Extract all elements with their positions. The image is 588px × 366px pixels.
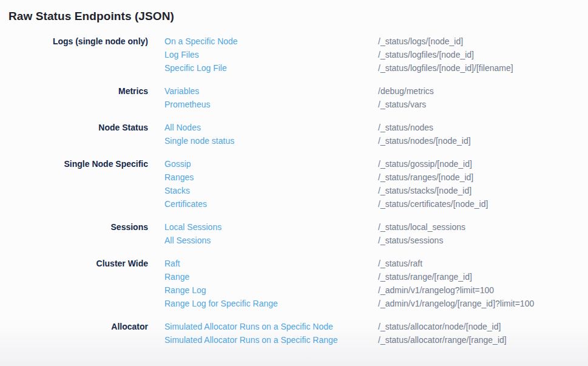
endpoint-group: Sessions Local Sessions /_status/local_s…	[0, 220, 588, 247]
endpoint-row: Specific Log File /_status/logfiles/[nod…	[164, 61, 588, 75]
category-label: Single Node Specific	[0, 157, 148, 171]
category-label: Allocator	[0, 320, 148, 333]
endpoint-group: Logs (single node only) On a Specific No…	[0, 35, 588, 75]
endpoint-group: Metrics Variables /debug/metrics Prometh…	[0, 84, 588, 111]
category-label: Metrics	[0, 84, 148, 98]
endpoint-row: Range Log /_admin/v1/rangelog?limit=100	[164, 283, 588, 297]
endpoint-row: On a Specific Node /_status/logs/[node_i…	[164, 35, 588, 48]
page-title: Raw Status Endpoints (JSON)	[0, 0, 588, 24]
endpoint-link[interactable]: Raft	[164, 257, 378, 270]
endpoint-entries: Simulated Allocator Runs on a Specific N…	[164, 320, 588, 347]
endpoint-link[interactable]: Simulated Allocator Runs on a Specific R…	[164, 333, 378, 347]
endpoint-row: Single node status /_status/nodes/[node_…	[164, 134, 588, 147]
category-label: Logs (single node only)	[0, 35, 148, 48]
endpoint-row: Range Log for Specific Range /_admin/v1/…	[164, 297, 588, 310]
endpoint-entries: Raft /_status/raft Range /_status/range/…	[164, 257, 588, 310]
endpoint-link[interactable]: Range Log for Specific Range	[164, 297, 378, 310]
endpoint-entries: Gossip /_status/gossip/[node_id] Ranges …	[164, 157, 588, 211]
endpoint-link[interactable]: All Sessions	[164, 234, 378, 247]
endpoint-group: Allocator Simulated Allocator Runs on a …	[0, 320, 588, 347]
endpoint-path: /_status/certificates/[node_id]	[378, 197, 488, 211]
endpoint-path: /_status/ranges/[node_id]	[378, 171, 473, 184]
endpoint-link[interactable]: On a Specific Node	[164, 35, 378, 48]
endpoint-link[interactable]: Stacks	[164, 184, 378, 197]
endpoint-path: /_status/range/[range_id]	[378, 270, 472, 283]
endpoint-row: Stacks /_status/stacks/[node_id]	[164, 184, 588, 197]
endpoint-row: Simulated Allocator Runs on a Specific N…	[164, 320, 588, 333]
endpoint-path: /_status/nodes	[378, 121, 433, 134]
endpoint-link[interactable]: Variables	[164, 84, 378, 98]
endpoint-link[interactable]: Ranges	[164, 171, 378, 184]
endpoint-path: /debug/metrics	[378, 84, 434, 98]
endpoint-link[interactable]: Range Log	[164, 283, 378, 297]
endpoint-path: /_status/logfiles/[node_id]/[filename]	[378, 61, 513, 75]
endpoint-path: /_status/allocator/node/[node_id]	[378, 320, 501, 333]
endpoint-path: /_admin/v1/rangelog?limit=100	[378, 283, 494, 297]
endpoint-link[interactable]: All Nodes	[164, 121, 378, 134]
endpoint-row: Range /_status/range/[range_id]	[164, 270, 588, 283]
endpoint-row: Local Sessions /_status/local_sessions	[164, 220, 588, 234]
endpoint-row: Ranges /_status/ranges/[node_id]	[164, 171, 588, 184]
endpoint-entries: All Nodes /_status/nodes Single node sta…	[164, 121, 588, 147]
endpoint-link[interactable]: Range	[164, 270, 378, 283]
endpoint-link[interactable]: Single node status	[164, 134, 378, 147]
endpoint-path: /_status/local_sessions	[378, 220, 465, 234]
endpoint-group: Single Node Specific Gossip /_status/gos…	[0, 157, 588, 211]
endpoint-row: Prometheus /_status/vars	[164, 98, 588, 111]
endpoint-row: All Sessions /_status/sessions	[164, 234, 588, 247]
endpoint-link[interactable]: Prometheus	[164, 98, 378, 111]
endpoint-row: Gossip /_status/gossip/[node_id]	[164, 157, 588, 171]
endpoint-path: /_status/logs/[node_id]	[378, 35, 463, 48]
endpoint-entries: Local Sessions /_status/local_sessions A…	[164, 220, 588, 247]
endpoint-link[interactable]: Local Sessions	[164, 220, 378, 234]
endpoint-path: /_status/allocator/range/[range_id]	[378, 333, 507, 347]
category-label: Sessions	[0, 220, 148, 234]
endpoint-row: All Nodes /_status/nodes	[164, 121, 588, 134]
endpoint-row: Variables /debug/metrics	[164, 84, 588, 98]
endpoint-link[interactable]: Log Files	[164, 48, 378, 61]
endpoint-group: Cluster Wide Raft /_status/raft Range /_…	[0, 257, 588, 310]
endpoint-path: /_admin/v1/rangelog/[range_id]?limit=100	[378, 297, 534, 310]
endpoint-groups: Logs (single node only) On a Specific No…	[0, 35, 588, 347]
endpoint-path: /_status/stacks/[node_id]	[378, 184, 471, 197]
endpoint-row: Raft /_status/raft	[164, 257, 588, 270]
endpoint-row: Log Files /_status/logfiles/[node_id]	[164, 48, 588, 61]
endpoint-path: /_status/raft	[378, 257, 422, 270]
endpoint-path: /_status/gossip/[node_id]	[378, 157, 472, 171]
endpoint-link[interactable]: Gossip	[164, 157, 378, 171]
category-label: Cluster Wide	[0, 257, 148, 270]
endpoint-link[interactable]: Certificates	[164, 197, 378, 211]
endpoint-path: /_status/nodes/[node_id]	[378, 134, 471, 147]
category-label: Node Status	[0, 121, 148, 134]
endpoint-path: /_status/vars	[378, 98, 426, 111]
endpoint-path: /_status/logfiles/[node_id]	[378, 48, 474, 61]
endpoint-row: Certificates /_status/certificates/[node…	[164, 197, 588, 211]
endpoint-entries: On a Specific Node /_status/logs/[node_i…	[164, 35, 588, 75]
endpoint-entries: Variables /debug/metrics Prometheus /_st…	[164, 84, 588, 111]
endpoint-row: Simulated Allocator Runs on a Specific R…	[164, 333, 588, 347]
debug-page: Raw Status Endpoints (JSON) Logs (single…	[0, 0, 588, 366]
endpoint-path: /_status/sessions	[378, 234, 443, 247]
endpoint-link[interactable]: Specific Log File	[164, 61, 378, 75]
endpoint-group: Node Status All Nodes /_status/nodes Sin…	[0, 121, 588, 147]
endpoint-link[interactable]: Simulated Allocator Runs on a Specific N…	[164, 320, 378, 333]
